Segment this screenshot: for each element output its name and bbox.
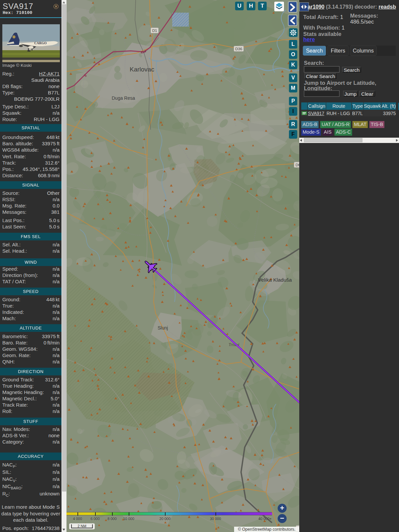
svg-text:Duga Resa: Duga Resa	[112, 95, 135, 101]
svg-text:D6: D6	[296, 163, 299, 167]
svg-text:D1: D1	[152, 29, 157, 33]
svg-text:Slunj: Slunj	[158, 325, 168, 331]
svg-text:Karlovac: Karlovac	[130, 66, 154, 73]
svg-text:Velika Kladuša: Velika Kladuša	[258, 277, 292, 283]
svg-text:D36: D36	[235, 47, 242, 51]
svg-text:CARGO: CARGO	[34, 41, 47, 45]
